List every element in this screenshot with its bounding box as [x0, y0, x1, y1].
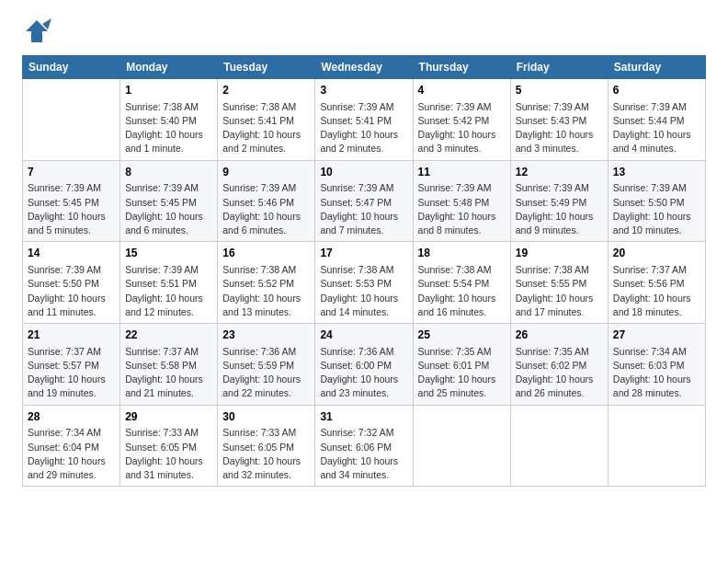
day-number: 12	[516, 165, 603, 180]
calendar-cell: 27Sunrise: 7:34 AMSunset: 6:03 PMDayligh…	[608, 324, 705, 406]
calendar-cell	[23, 79, 120, 161]
day-info: Sunrise: 7:39 AMSunset: 5:50 PMDaylight:…	[28, 263, 115, 319]
day-number: 18	[418, 246, 506, 261]
day-number: 9	[222, 165, 310, 180]
calendar-cell: 24Sunrise: 7:36 AMSunset: 6:00 PMDayligh…	[315, 324, 413, 406]
calendar-cell: 28Sunrise: 7:34 AMSunset: 6:04 PMDayligh…	[23, 405, 120, 487]
calendar-cell: 18Sunrise: 7:38 AMSunset: 5:54 PMDayligh…	[413, 242, 510, 324]
calendar-cell: 6Sunrise: 7:39 AMSunset: 5:44 PMDaylight…	[608, 79, 705, 161]
calendar-cell: 14Sunrise: 7:39 AMSunset: 5:50 PMDayligh…	[23, 242, 120, 324]
page: SundayMondayTuesdayWednesdayThursdayFrid…	[0, 0, 728, 501]
calendar-cell: 2Sunrise: 7:38 AMSunset: 5:41 PMDaylight…	[218, 79, 315, 161]
day-info: Sunrise: 7:38 AMSunset: 5:41 PMDaylight:…	[222, 100, 310, 156]
day-number: 23	[222, 327, 310, 343]
calendar-cell: 26Sunrise: 7:35 AMSunset: 6:02 PMDayligh…	[510, 324, 608, 406]
calendar-week-row: 28Sunrise: 7:34 AMSunset: 6:04 PMDayligh…	[23, 405, 706, 487]
calendar-cell: 25Sunrise: 7:35 AMSunset: 6:01 PMDayligh…	[413, 324, 510, 406]
calendar-week-row: 21Sunrise: 7:37 AMSunset: 5:57 PMDayligh…	[23, 324, 706, 406]
day-number: 22	[125, 327, 212, 343]
calendar-cell: 12Sunrise: 7:39 AMSunset: 5:49 PMDayligh…	[510, 160, 608, 242]
day-info: Sunrise: 7:38 AMSunset: 5:54 PMDaylight:…	[418, 263, 506, 319]
calendar-cell: 20Sunrise: 7:37 AMSunset: 5:56 PMDayligh…	[608, 242, 705, 324]
day-number: 29	[125, 409, 212, 425]
calendar-week-row: 14Sunrise: 7:39 AMSunset: 5:50 PMDayligh…	[23, 242, 706, 324]
day-info: Sunrise: 7:33 AMSunset: 6:05 PMDaylight:…	[125, 426, 212, 482]
day-info: Sunrise: 7:39 AMSunset: 5:45 PMDaylight:…	[28, 181, 115, 237]
weekday-header: Friday	[510, 56, 608, 79]
day-info: Sunrise: 7:38 AMSunset: 5:40 PMDaylight:…	[125, 100, 212, 156]
day-number: 8	[125, 165, 212, 180]
day-number: 11	[418, 165, 506, 180]
weekday-header: Saturday	[608, 56, 705, 79]
calendar-cell: 31Sunrise: 7:32 AMSunset: 6:06 PMDayligh…	[315, 405, 413, 487]
day-info: Sunrise: 7:34 AMSunset: 6:04 PMDaylight:…	[28, 426, 115, 482]
day-number: 15	[125, 246, 212, 261]
calendar-cell: 3Sunrise: 7:39 AMSunset: 5:41 PMDaylight…	[315, 79, 413, 161]
day-info: Sunrise: 7:32 AMSunset: 6:06 PMDaylight:…	[320, 426, 407, 482]
calendar-cell	[608, 405, 705, 487]
weekday-header: Sunday	[23, 56, 120, 79]
day-info: Sunrise: 7:37 AMSunset: 5:57 PMDaylight:…	[28, 345, 115, 401]
day-info: Sunrise: 7:38 AMSunset: 5:52 PMDaylight:…	[222, 263, 310, 319]
day-info: Sunrise: 7:38 AMSunset: 5:55 PMDaylight:…	[516, 263, 603, 319]
day-info: Sunrise: 7:39 AMSunset: 5:51 PMDaylight:…	[125, 263, 212, 319]
day-number: 16	[222, 246, 310, 261]
day-info: Sunrise: 7:39 AMSunset: 5:45 PMDaylight:…	[125, 181, 212, 237]
calendar-cell: 11Sunrise: 7:39 AMSunset: 5:48 PMDayligh…	[413, 160, 510, 242]
day-number: 31	[320, 409, 407, 425]
day-number: 28	[28, 409, 115, 425]
day-info: Sunrise: 7:34 AMSunset: 6:03 PMDaylight:…	[613, 345, 700, 401]
day-info: Sunrise: 7:39 AMSunset: 5:42 PMDaylight:…	[418, 100, 506, 156]
calendar-cell: 13Sunrise: 7:39 AMSunset: 5:50 PMDayligh…	[608, 160, 705, 242]
calendar-cell: 4Sunrise: 7:39 AMSunset: 5:42 PMDaylight…	[413, 79, 510, 161]
day-number: 20	[613, 246, 700, 261]
calendar-cell: 10Sunrise: 7:39 AMSunset: 5:47 PMDayligh…	[315, 160, 413, 242]
calendar-table: SundayMondayTuesdayWednesdayThursdayFrid…	[22, 55, 706, 487]
day-info: Sunrise: 7:39 AMSunset: 5:41 PMDaylight:…	[320, 100, 407, 156]
day-number: 17	[320, 246, 407, 261]
calendar-cell	[510, 405, 608, 487]
day-info: Sunrise: 7:39 AMSunset: 5:43 PMDaylight:…	[516, 100, 603, 156]
day-number: 30	[222, 409, 310, 425]
day-number: 19	[516, 246, 603, 261]
day-number: 14	[28, 246, 115, 261]
calendar-cell: 29Sunrise: 7:33 AMSunset: 6:05 PMDayligh…	[120, 405, 218, 487]
day-number: 27	[613, 327, 700, 343]
calendar-cell: 8Sunrise: 7:39 AMSunset: 5:45 PMDaylight…	[120, 160, 218, 242]
calendar-cell: 19Sunrise: 7:38 AMSunset: 5:55 PMDayligh…	[510, 242, 608, 324]
day-info: Sunrise: 7:36 AMSunset: 5:59 PMDaylight:…	[222, 345, 310, 401]
day-info: Sunrise: 7:39 AMSunset: 5:49 PMDaylight:…	[516, 181, 603, 237]
day-number: 3	[320, 83, 407, 98]
weekday-header: Thursday	[413, 56, 510, 79]
day-info: Sunrise: 7:39 AMSunset: 5:47 PMDaylight:…	[320, 181, 407, 237]
calendar-week-row: 1Sunrise: 7:38 AMSunset: 5:40 PMDaylight…	[23, 79, 706, 161]
day-number: 1	[125, 83, 212, 98]
day-number: 10	[320, 165, 407, 180]
day-number: 7	[28, 165, 115, 180]
day-info: Sunrise: 7:39 AMSunset: 5:48 PMDaylight:…	[418, 181, 506, 237]
day-number: 6	[613, 83, 700, 98]
calendar-header-row: SundayMondayTuesdayWednesdayThursdayFrid…	[23, 56, 706, 79]
day-info: Sunrise: 7:37 AMSunset: 5:56 PMDaylight:…	[613, 263, 700, 319]
day-info: Sunrise: 7:35 AMSunset: 6:01 PMDaylight:…	[418, 345, 506, 401]
day-number: 4	[418, 83, 506, 98]
calendar-cell: 9Sunrise: 7:39 AMSunset: 5:46 PMDaylight…	[218, 160, 315, 242]
day-number: 25	[418, 327, 506, 343]
calendar-cell: 22Sunrise: 7:37 AMSunset: 5:58 PMDayligh…	[120, 324, 218, 406]
calendar-week-row: 7Sunrise: 7:39 AMSunset: 5:45 PMDaylight…	[23, 160, 706, 242]
weekday-header: Wednesday	[315, 56, 413, 79]
day-number: 13	[613, 165, 700, 180]
calendar-cell: 23Sunrise: 7:36 AMSunset: 5:59 PMDayligh…	[218, 324, 315, 406]
calendar-cell: 21Sunrise: 7:37 AMSunset: 5:57 PMDayligh…	[23, 324, 120, 406]
day-info: Sunrise: 7:39 AMSunset: 5:46 PMDaylight:…	[222, 181, 310, 237]
day-number: 24	[320, 327, 407, 343]
day-info: Sunrise: 7:39 AMSunset: 5:44 PMDaylight:…	[613, 100, 700, 156]
calendar-cell: 5Sunrise: 7:39 AMSunset: 5:43 PMDaylight…	[510, 79, 608, 161]
calendar-cell: 7Sunrise: 7:39 AMSunset: 5:45 PMDaylight…	[23, 160, 120, 242]
day-number: 26	[516, 327, 603, 343]
day-number: 2	[222, 83, 310, 98]
day-number: 21	[28, 327, 115, 343]
day-info: Sunrise: 7:35 AMSunset: 6:02 PMDaylight:…	[516, 345, 603, 401]
weekday-header: Tuesday	[218, 56, 315, 79]
day-info: Sunrise: 7:37 AMSunset: 5:58 PMDaylight:…	[125, 345, 212, 401]
